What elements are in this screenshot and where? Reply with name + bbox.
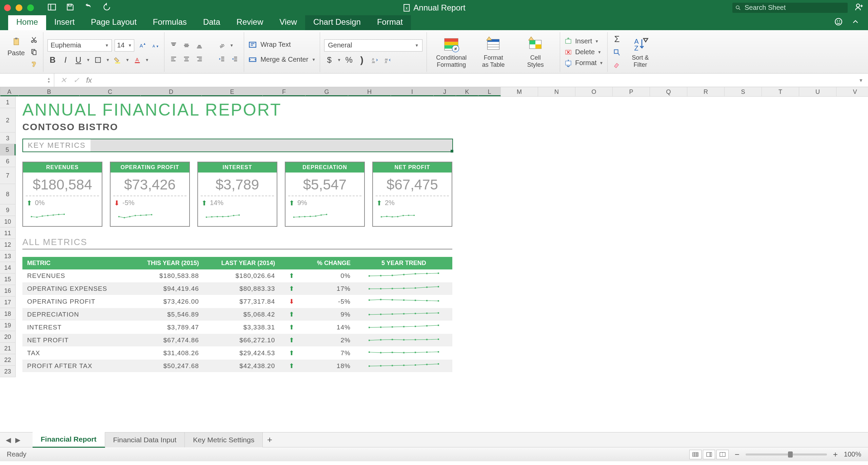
- increase-font-icon[interactable]: A▲: [137, 40, 147, 50]
- row-header-16[interactable]: 16: [0, 285, 16, 297]
- table-row[interactable]: TAX $31,408.26 $29,424.53 ⬆ 7%: [22, 347, 452, 360]
- percent-icon[interactable]: %: [344, 55, 354, 65]
- increase-decimal-icon[interactable]: .0.00: [370, 55, 380, 65]
- tab-formulas[interactable]: Formulas: [145, 15, 195, 30]
- row-header-6[interactable]: 6: [0, 156, 16, 167]
- number-format-select[interactable]: General▼: [324, 39, 422, 52]
- conditional-formatting-button[interactable]: ≠Conditional Formatting: [431, 32, 472, 72]
- font-name-select[interactable]: Euphemia▼: [47, 39, 112, 52]
- fill-icon[interactable]: [612, 47, 622, 57]
- format-as-table-button[interactable]: Format as Table: [473, 32, 514, 72]
- insert-cells-button[interactable]: Insert▼: [564, 37, 603, 45]
- column-header-Q[interactable]: Q: [650, 87, 687, 96]
- column-header-I[interactable]: I: [391, 87, 434, 96]
- tab-format[interactable]: Format: [369, 15, 411, 30]
- share-icon[interactable]: [854, 2, 864, 13]
- tab-view[interactable]: View: [271, 15, 305, 30]
- tab-data[interactable]: Data: [195, 15, 229, 30]
- page-layout-view-button[interactable]: [703, 450, 715, 459]
- metric-card-operating-profit[interactable]: OPERATING PROFIT $73,426 ⬇ -5%: [110, 162, 190, 227]
- increase-indent-icon[interactable]: [230, 54, 240, 64]
- column-header-E[interactable]: E: [202, 87, 263, 96]
- italic-icon[interactable]: I: [60, 55, 71, 65]
- copy-icon[interactable]: [29, 47, 39, 57]
- align-bottom-icon[interactable]: [194, 40, 204, 50]
- delete-cells-button[interactable]: Delete▼: [564, 48, 603, 56]
- column-header-D[interactable]: D: [141, 87, 202, 96]
- decrease-indent-icon[interactable]: [217, 54, 227, 64]
- confirm-formula-icon[interactable]: ✓: [73, 76, 79, 85]
- fill-color-icon[interactable]: [113, 55, 123, 65]
- currency-icon[interactable]: $: [324, 55, 334, 65]
- format-cells-button[interactable]: Format▼: [564, 59, 603, 67]
- row-header-3[interactable]: 3: [0, 133, 16, 144]
- normal-view-button[interactable]: [689, 450, 702, 459]
- align-middle-icon[interactable]: [181, 40, 192, 50]
- collapse-ribbon-icon[interactable]: [851, 17, 860, 27]
- format-painter-icon[interactable]: [29, 59, 39, 69]
- row-header-1[interactable]: 1: [0, 97, 16, 108]
- column-header-G[interactable]: G: [305, 87, 348, 96]
- column-header-M[interactable]: M: [501, 87, 538, 96]
- table-row[interactable]: REVENUES $180,583.88 $180,026.64 ⬆ 0%: [22, 269, 452, 282]
- close-window-button[interactable]: [4, 4, 11, 11]
- row-header-14[interactable]: 14: [0, 262, 16, 274]
- row-header-2[interactable]: 2: [0, 108, 16, 133]
- row-header-19[interactable]: 19: [0, 320, 16, 331]
- merge-center-button[interactable]: Merge & Center▼: [248, 55, 316, 64]
- minimize-window-button[interactable]: [16, 4, 22, 11]
- expand-formula-bar-icon[interactable]: ▼: [859, 78, 868, 83]
- metric-card-interest[interactable]: INTEREST $3,789 ⬆ 14%: [197, 162, 277, 227]
- cut-icon[interactable]: [29, 35, 39, 45]
- column-header-T[interactable]: T: [762, 87, 799, 96]
- column-header-B[interactable]: B: [19, 87, 80, 96]
- row-header-13[interactable]: 13: [0, 250, 16, 262]
- orientation-icon[interactable]: ab: [217, 40, 227, 50]
- row-header-7[interactable]: 7: [0, 167, 16, 184]
- row-header-10[interactable]: 10: [0, 216, 16, 227]
- sheet-tab-financial-data-input[interactable]: Financial Data Input: [105, 432, 185, 447]
- table-row[interactable]: NET PROFIT $67,474.86 $66,272.10 ⬆ 2%: [22, 334, 452, 347]
- autosum-icon[interactable]: Σ: [612, 34, 622, 44]
- next-sheet-icon[interactable]: ▶: [13, 435, 22, 445]
- align-left-icon[interactable]: [169, 54, 179, 64]
- align-center-icon[interactable]: [181, 54, 192, 64]
- fill-color-dropdown[interactable]: ▼: [125, 58, 130, 62]
- column-header-J[interactable]: J: [434, 87, 456, 96]
- row-header-18[interactable]: 18: [0, 308, 16, 320]
- column-header-L[interactable]: L: [478, 87, 501, 96]
- column-header-P[interactable]: P: [613, 87, 650, 96]
- font-color-dropdown[interactable]: ▼: [145, 58, 149, 62]
- redo-icon[interactable]: [102, 3, 111, 13]
- table-row[interactable]: PROFIT AFTER TAX $50,247.68 $42,438.20 ⬆…: [22, 360, 452, 372]
- table-row[interactable]: OPERATING EXPENSES $94,419.46 $80,883.33…: [22, 282, 452, 295]
- row-header-5[interactable]: 5: [0, 144, 16, 156]
- metric-card-net-profit[interactable]: NET PROFIT $67,475 ⬆ 2%: [372, 162, 452, 227]
- column-header-F[interactable]: F: [263, 87, 305, 96]
- search-sheet-input[interactable]: [732, 3, 848, 13]
- tab-home[interactable]: Home: [8, 15, 46, 30]
- key-metrics-selection[interactable]: KEY METRICS: [22, 139, 453, 152]
- table-row[interactable]: DEPRECIATION $5,546.89 $5,068.42 ⬆ 9%: [22, 308, 452, 321]
- zoom-out-button[interactable]: −: [735, 450, 739, 459]
- prev-sheet-icon[interactable]: ◀: [3, 435, 13, 445]
- cell-styles-button[interactable]: Cell Styles: [515, 32, 556, 72]
- name-box[interactable]: ▲▼: [0, 74, 54, 87]
- comma-icon[interactable]: ): [357, 55, 367, 65]
- maximize-window-button[interactable]: [27, 4, 34, 11]
- column-header-H[interactable]: H: [348, 87, 391, 96]
- column-header-C[interactable]: C: [80, 87, 141, 96]
- undo-icon[interactable]: [84, 3, 93, 13]
- paste-icon[interactable]: [9, 35, 23, 48]
- metric-card-depreciation[interactable]: DEPRECIATION $5,547 ⬆ 9%: [285, 162, 365, 227]
- sheet-tab-key-metric-settings[interactable]: Key Metric Settings: [185, 432, 263, 447]
- column-header-S[interactable]: S: [725, 87, 762, 96]
- tab-insert[interactable]: Insert: [46, 15, 83, 30]
- row-header-9[interactable]: 9: [0, 204, 16, 216]
- column-header-N[interactable]: N: [538, 87, 575, 96]
- zoom-level[interactable]: 100%: [844, 450, 861, 458]
- font-color-icon[interactable]: A: [132, 55, 142, 65]
- zoom-slider[interactable]: [746, 453, 827, 456]
- row-header-20[interactable]: 20: [0, 331, 16, 343]
- row-header-8[interactable]: 8: [0, 184, 16, 204]
